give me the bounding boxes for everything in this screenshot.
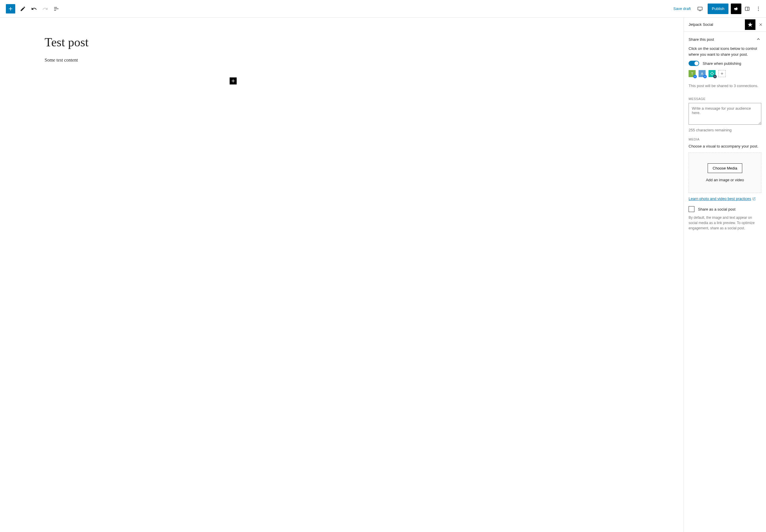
char-remaining: 255 characters remaining — [689, 128, 761, 132]
facebook-badge-icon — [693, 75, 697, 78]
sidebar-icon — [744, 6, 750, 12]
publish-button[interactable]: Publish — [708, 4, 728, 14]
desktop-icon — [697, 6, 703, 12]
save-draft-button[interactable]: Save draft — [670, 4, 694, 14]
jetpack-button[interactable] — [731, 4, 741, 14]
options-button[interactable] — [753, 4, 764, 14]
share-when-publishing-toggle[interactable] — [689, 61, 699, 66]
close-icon — [758, 22, 763, 27]
post-title[interactable]: Test post — [45, 35, 238, 49]
social-post-description: By default, the image and text appear on… — [689, 215, 761, 231]
share-panel: Share this post Click on the social icon… — [684, 32, 766, 235]
media-hint: Add an image or video — [694, 178, 756, 182]
message-textarea[interactable] — [689, 103, 761, 125]
message-label: MESSAGE — [689, 97, 761, 101]
undo-button[interactable] — [29, 4, 39, 14]
facebook-badge-icon — [703, 75, 707, 78]
social-letter: T — [691, 72, 693, 75]
social-post-checkbox-row: Share as a social post — [689, 206, 761, 212]
undo-icon — [31, 6, 37, 12]
megaphone-icon — [733, 6, 739, 12]
preview-button[interactable] — [695, 4, 705, 14]
media-dropzone[interactable]: Choose Media Add an image or video — [689, 153, 761, 193]
post-body[interactable]: Some test content — [45, 57, 238, 63]
editor-toolbar: Save draft Publish — [0, 0, 766, 18]
svg-point-5 — [758, 10, 759, 11]
list-icon — [53, 6, 59, 12]
plus-icon — [720, 72, 724, 76]
external-link-icon — [752, 197, 756, 201]
share-panel-header[interactable]: Share this post — [689, 36, 761, 42]
star-button[interactable] — [745, 19, 755, 30]
social-connection-2[interactable]: A — [699, 70, 706, 77]
sidebar-header-actions — [745, 19, 766, 30]
plus-icon — [231, 78, 236, 84]
pencil-icon — [20, 6, 26, 12]
svg-point-3 — [758, 6, 759, 7]
share-toggle-label: Share when publishing — [703, 61, 741, 66]
plus-icon — [8, 6, 13, 12]
share-panel-title: Share this post — [689, 37, 714, 42]
editor-canvas[interactable]: Test post Some test content — [0, 18, 684, 532]
more-vertical-icon — [755, 6, 761, 12]
sidebar-header: Jetpack Social — [684, 18, 766, 32]
star-icon — [747, 22, 753, 28]
add-block-toolbar-button[interactable] — [6, 4, 15, 13]
social-connection-1[interactable]: T — [689, 70, 696, 77]
connections-count-text: This post will be shared to 3 connection… — [689, 83, 761, 89]
social-connections-list: T A — [689, 70, 761, 77]
settings-sidebar-button[interactable] — [742, 4, 753, 14]
redo-button[interactable] — [40, 4, 50, 14]
chevron-up-icon — [755, 36, 761, 42]
share-as-social-post-checkbox[interactable] — [689, 206, 694, 212]
learn-best-practices-link[interactable]: Learn photo and video best practices — [689, 196, 756, 201]
main-layout: Test post Some test content Jetpack Soci… — [0, 18, 766, 532]
close-sidebar-button[interactable] — [755, 19, 766, 30]
toolbar-left — [2, 4, 62, 14]
tumblr-badge-icon — [713, 75, 717, 78]
redo-icon — [42, 6, 48, 12]
add-social-connection-button[interactable] — [718, 70, 726, 77]
social-letter: A — [701, 72, 703, 75]
editor-content: Test post Some test content — [45, 35, 238, 63]
share-description: Click on the social icons below to contr… — [689, 46, 761, 57]
share-toggle-row: Share when publishing — [689, 61, 761, 66]
svg-rect-1 — [745, 7, 749, 11]
media-label: MEDIA — [689, 138, 761, 141]
svg-rect-0 — [698, 7, 702, 10]
media-description: Choose a visual to accompany your post. — [689, 143, 761, 149]
jetpack-social-sidebar: Jetpack Social Share this post Click on … — [684, 18, 766, 532]
social-post-checkbox-label: Share as a social post — [698, 207, 736, 211]
sidebar-title: Jetpack Social — [689, 22, 713, 27]
social-connection-3[interactable] — [709, 70, 716, 77]
tools-button[interactable] — [18, 4, 28, 14]
add-block-inline-button[interactable] — [230, 77, 237, 84]
document-overview-button[interactable] — [51, 4, 62, 14]
toolbar-right: Save draft Publish — [670, 4, 764, 14]
choose-media-button[interactable]: Choose Media — [708, 163, 742, 173]
learn-link-text: Learn photo and video best practices — [689, 196, 751, 201]
svg-point-4 — [758, 8, 759, 9]
